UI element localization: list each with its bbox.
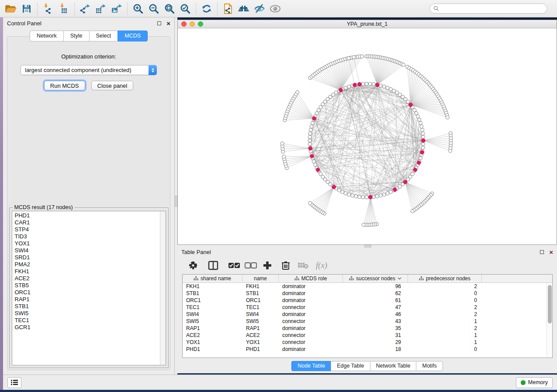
toolbar-separator [196,3,196,15]
mcds-result-node[interactable]: YOX1 [15,240,166,247]
hide-selected-button[interactable] [253,2,266,15]
search-network-button[interactable] [237,2,250,15]
mcds-result-node[interactable]: RAP1 [15,296,166,303]
table-row[interactable]: TEC1TEC1connector472 [183,304,552,311]
mcds-result-node[interactable]: STB5 [15,282,166,289]
zoom-out-button[interactable] [147,2,160,15]
network-window-titlebar[interactable]: YPA_prune.txt_1 [178,20,557,28]
search-box[interactable] [429,3,547,14]
table-settings-button[interactable] [187,260,199,271]
table-row[interactable]: SWI4SWI4dominator462 [183,311,552,318]
criterion-dropdown-value: largest connected component (undirected) [21,67,149,73]
show-all-button[interactable] [269,2,282,15]
mcds-result-node[interactable]: GCR1 [15,324,166,331]
cell: 46 [343,311,408,318]
cell: STB1 [183,290,242,297]
delete-table-icon [298,261,309,269]
select-all-rows-button[interactable] [228,260,240,271]
column-header-successor-nodes[interactable]: successor nodes [343,275,408,282]
table-row[interactable]: YOX1YOX1connector291 [183,339,552,346]
export-network-button[interactable] [79,2,92,15]
table-row[interactable]: ACE2ACE2connector311 [183,332,552,339]
table-row[interactable]: SWI5SWI5connector431 [183,318,552,325]
float-panel-icon[interactable] [540,250,544,254]
deselect-all-rows-button[interactable] [245,260,257,271]
tab-network[interactable]: Network [30,31,63,41]
show-panel-list-button[interactable] [7,377,21,388]
import-network-from-file-icon [42,3,54,14]
criterion-dropdown[interactable]: largest connected component (undirected) [21,65,157,75]
export-image-button[interactable] [110,2,123,15]
cell: 35 [343,325,408,332]
cell: 47 [343,304,408,311]
network-graph-canvas[interactable] [178,28,557,244]
mcds-result-node[interactable]: TID3 [15,233,166,240]
zoom-in-button[interactable] [131,2,145,15]
tab-select[interactable]: Select [89,31,118,41]
tab-edge-table[interactable]: Edge Table [331,361,370,371]
mcds-result-list[interactable]: PHD1CAR1STP4TID3YOX1SWI4SRD1PMA2FKH1ACE2… [12,211,166,365]
tab-node-table[interactable]: Node Table [291,361,331,371]
mcds-result-node[interactable]: CAR1 [15,219,166,226]
optimization-criterion-label: Optimization criterion: [61,53,116,60]
tab-motifs[interactable]: Motifs [416,361,443,371]
add-column-button[interactable] [261,260,273,271]
mcds-result-node[interactable]: ACE2 [15,275,166,282]
table-row[interactable]: STB1STB1dominator620 [183,290,552,297]
cell: PHD1 [183,346,242,353]
zoom-fit-button[interactable] [163,2,176,15]
float-panel-icon[interactable] [157,21,161,25]
cell: 18 [343,346,408,353]
table-row[interactable]: RAP1RAP1dominator352 [183,325,552,332]
mcds-result-node[interactable]: STP4 [15,226,166,233]
table-scrollbar[interactable] [547,283,552,357]
column-header-MCDS-role[interactable]: MCDS role [279,275,343,282]
close-panel-icon[interactable]: × [166,21,170,25]
mcds-result-node[interactable]: PHD1 [15,212,166,219]
zoom-selected-button[interactable] [179,2,192,15]
apply-preferred-layout-icon [201,3,212,14]
function-builder-icon: f(x) [316,261,327,270]
tab-network-table[interactable]: Network Table [370,361,416,371]
mcds-result-node[interactable]: ORC1 [15,289,166,296]
result-list-scrollbar[interactable] [160,211,166,365]
mcds-result-node[interactable]: PMA2 [15,261,166,268]
mcds-result-node[interactable]: SRD1 [15,254,166,261]
cell: YOX1 [183,339,242,346]
mcds-result-node[interactable]: TEC1 [15,317,166,324]
network-view-window: YPA_prune.txt_1 [177,20,557,245]
column-header-name[interactable]: name [242,275,279,282]
apply-layout-button[interactable] [200,2,213,15]
save-session-button[interactable] [20,2,33,15]
show-hide-columns-button[interactable] [207,260,219,271]
table-scrollbar-thumb[interactable] [548,285,552,323]
network-document-share-button[interactable] [221,2,235,15]
export-table-button[interactable] [94,2,107,15]
cell: SWI4 [242,311,279,318]
column-header-predecessor-nodes[interactable]: predecessor nodes [408,275,482,282]
memory-button[interactable]: Memory [516,377,553,388]
cell: 0 [408,297,482,304]
mcds-result-node[interactable]: SWI4 [15,247,166,254]
table-row[interactable]: FKH1FKH1dominator962 [183,283,552,290]
search-input[interactable] [439,5,543,13]
import-network-button[interactable] [42,2,55,15]
cell: STB1 [242,290,279,297]
run-mcds-button[interactable]: Run MCDS [44,81,85,90]
delete-columns-button[interactable] [280,260,292,271]
zoom-out-icon [148,3,159,14]
toolbar-separator [37,3,38,15]
mcds-result-node[interactable]: SWI5 [15,310,166,317]
column-header-shared-name[interactable]: shared name [183,275,242,282]
mcds-result-node[interactable]: STB1 [15,303,166,310]
table-row[interactable]: PHD1PHD1dominator180 [183,346,552,353]
mcds-result-node[interactable]: FKH1 [15,268,166,275]
delete-table-button [297,260,309,271]
close-panel-icon[interactable]: × [549,250,553,254]
tab-style[interactable]: Style [63,31,89,41]
import-table-button[interactable] [57,2,70,15]
table-row[interactable]: ORC1ORC1dominator610 [183,297,552,304]
close-panel-button[interactable]: Close panel [91,81,134,90]
tab-mcds[interactable]: MCDS [118,31,148,41]
open-session-button[interactable] [4,2,17,15]
